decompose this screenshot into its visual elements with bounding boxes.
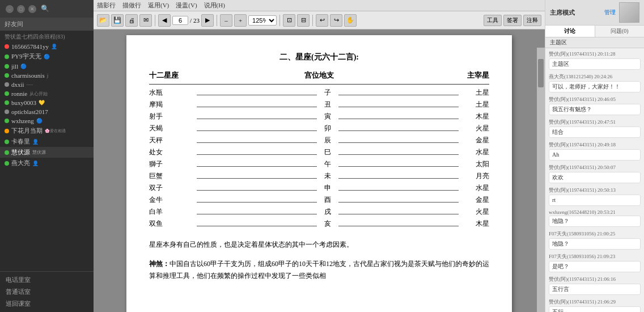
zodiac-line-2 bbox=[338, 95, 459, 95]
tools-button[interactable]: 工具 bbox=[484, 15, 502, 26]
sign-button[interactable]: 签署 bbox=[503, 15, 522, 26]
bottom-navigation: 电话里室 普通话室 巡回课室 bbox=[0, 271, 94, 312]
zodiac-line-2 bbox=[338, 202, 459, 203]
user-name: 燕大亮 bbox=[11, 159, 30, 167]
user-status-dot bbox=[5, 150, 9, 155]
list-item[interactable]: 燕大亮 👤 bbox=[0, 158, 94, 168]
menu-item-help[interactable]: 说用(H) bbox=[204, 1, 225, 10]
zodiac-line-2 bbox=[338, 142, 459, 143]
zodiac-line-1 bbox=[197, 190, 317, 191]
zodiac-gua: 未 bbox=[319, 171, 336, 181]
menu-item-file[interactable]: 描影行 bbox=[97, 1, 116, 10]
toolbar-zoom-in-btn[interactable]: + bbox=[234, 14, 247, 27]
list-item[interactable]: opticblast2017 bbox=[0, 107, 94, 116]
zodiac-gua: 卯 bbox=[319, 124, 336, 133]
toolbar-prev-btn[interactable]: ◀ bbox=[158, 14, 171, 27]
table-row: 巨蟹 未 月亮 bbox=[149, 170, 489, 182]
zodiac-name: 双子 bbox=[149, 183, 194, 193]
msg-bubble: 欢欢 bbox=[549, 172, 641, 183]
toolbar-next-view-btn[interactable]: ↪ bbox=[330, 14, 342, 27]
zodiac-star: 土星 bbox=[461, 88, 489, 98]
minimize-icon[interactable]: – bbox=[6, 5, 14, 13]
list-item[interactable]: 1656657841yy 👤 bbox=[0, 42, 94, 51]
sidebar-item-mandarin-room[interactable]: 普通话室 bbox=[0, 286, 94, 298]
sidebar-item-patrol-room[interactable]: 巡回课室 bbox=[0, 298, 94, 310]
list-item[interactable]: 慧伏源 慧伏源 bbox=[0, 147, 94, 158]
table-row: 天秤 辰 金星 bbox=[149, 134, 489, 146]
zodiac-gua: 子 bbox=[319, 88, 336, 98]
list-item[interactable]: 下花月当期 🌸爱在相遇 bbox=[0, 125, 94, 136]
list-item[interactable]: jill 🔵 bbox=[0, 62, 94, 71]
zodiac-star: 金星 bbox=[461, 195, 489, 205]
sidebar-top-bar: – □ ✕ 🔍 bbox=[0, 0, 94, 18]
manage-link[interactable]: 管理 bbox=[604, 9, 616, 16]
maximize-icon[interactable]: □ bbox=[17, 5, 25, 13]
tab-questions[interactable]: 问题(0) bbox=[595, 26, 645, 37]
msg-bubble: 结合 bbox=[549, 127, 641, 138]
separator-2 bbox=[217, 15, 217, 26]
pdf-toolbar: 📂 💾 🖨 ✉ ◀ / 23 ▶ – + 125% 100% 150% 75% … bbox=[94, 11, 545, 29]
right-panel: 主席模式 管理 讨论 问题(0) 主题区 赞伏(阿)(1197443151) 2… bbox=[545, 0, 644, 312]
toolbar-fit-width-btn[interactable]: ⊟ bbox=[297, 14, 310, 27]
user-status-dot bbox=[5, 140, 9, 144]
toolbar-next-btn[interactable]: ▶ bbox=[201, 14, 214, 27]
close-icon[interactable]: ✕ bbox=[28, 5, 36, 13]
pdf-paragraph-1: 星座本身有自己的性质，也是决定着星体状态的其中一个考虑因素。 bbox=[149, 239, 489, 251]
zodiac-star: 火星 bbox=[461, 207, 489, 217]
zodiac-line-1 bbox=[197, 130, 317, 131]
table-row: 射手 寅 木星 bbox=[149, 111, 489, 123]
zodiac-gua: 寅 bbox=[319, 112, 336, 121]
toolbar-prev-view-btn[interactable]: ↩ bbox=[316, 14, 328, 27]
group-label: 赞状盖七档四余班程(83) bbox=[0, 31, 94, 42]
toolbar-zoom-out-btn[interactable]: – bbox=[220, 14, 232, 27]
page-number-input[interactable] bbox=[172, 16, 188, 25]
msg-sender: 赞伏(阿)(1197443151) 20:50:07 bbox=[549, 164, 641, 171]
page-total: 23 bbox=[193, 17, 200, 24]
scroll-thumb[interactable] bbox=[538, 59, 544, 87]
msg-sender: 赞伏(阿)(1197443151) 20:50:13 bbox=[549, 187, 641, 194]
main-content: 描影行 描做行 返用(V) 漫盖(V) 说用(H) 📂 💾 🖨 ✉ ◀ / 23… bbox=[94, 0, 545, 312]
menu-item-edit[interactable]: 描做行 bbox=[122, 1, 141, 10]
zodiac-line-1 bbox=[197, 154, 317, 155]
zodiac-name: 白羊 bbox=[149, 207, 194, 217]
zodiac-star: 火星 bbox=[461, 124, 489, 133]
zodiac-line-2 bbox=[338, 166, 459, 167]
toolbar-save-btn[interactable]: 💾 bbox=[111, 14, 124, 27]
zodiac-name: 摩羯 bbox=[149, 100, 194, 109]
col-header-zodiac: 十二星座 bbox=[149, 70, 194, 81]
zodiac-line-1 bbox=[197, 226, 317, 226]
toolbar-hand-tool-btn[interactable]: ✋ bbox=[344, 14, 357, 27]
chat-message: 赞伏(阿)(1197443151) 20:50:07 欢欢 bbox=[549, 164, 641, 183]
toolbar-fit-page-btn[interactable]: ⊡ bbox=[283, 14, 295, 27]
zodiac-name: 双鱼 bbox=[149, 219, 194, 229]
pdf-content-area: 二、星座(元六十二言): 十二星座 宫位地支 主宰星 水瓶 子 土星 摩羯 bbox=[94, 29, 545, 312]
tab-discussion[interactable]: 讨论 bbox=[545, 26, 595, 37]
search-icon[interactable]: 🔍 bbox=[41, 5, 49, 13]
user-badge: 👤 bbox=[32, 161, 39, 166]
comment-button[interactable]: 注释 bbox=[523, 15, 541, 26]
right-panel-title: 主席模式 bbox=[550, 9, 601, 17]
user-badge: j bbox=[47, 73, 49, 78]
toolbar-open-btn[interactable]: 📂 bbox=[97, 14, 109, 27]
toolbar-email-btn[interactable]: ✉ bbox=[139, 14, 152, 27]
zodiac-gua: 巳 bbox=[319, 147, 336, 157]
menu-item-overlay[interactable]: 漫盖(V) bbox=[176, 1, 197, 10]
zodiac-line-2 bbox=[338, 190, 459, 191]
user-status-dot bbox=[5, 82, 9, 87]
list-item[interactable]: 卡春里 👤 bbox=[0, 136, 94, 147]
list-item[interactable]: charmisounis j bbox=[0, 71, 94, 80]
list-item[interactable]: dxxii ····· bbox=[0, 80, 94, 89]
list-item[interactable]: PY9宇天无 🔵 bbox=[0, 51, 94, 62]
user-name: wxhzeng bbox=[11, 117, 34, 124]
toolbar-print-btn[interactable]: 🖨 bbox=[125, 14, 138, 27]
list-item[interactable]: buxy0003 💛 bbox=[0, 98, 94, 107]
zodiac-line-1 bbox=[197, 107, 317, 107]
group-name: 赞状盖七档四余班程(83) bbox=[5, 33, 65, 40]
window-controls: – □ ✕ bbox=[6, 5, 36, 13]
sidebar-item-phone-room[interactable]: 电话里室 bbox=[0, 274, 94, 286]
list-item[interactable]: wxhzeng 🔵 bbox=[0, 116, 94, 125]
list-item[interactable]: ronnie 从心开始 bbox=[0, 89, 94, 98]
zoom-select[interactable]: 125% 100% 150% 75% bbox=[248, 15, 277, 26]
scrollbar[interactable] bbox=[537, 48, 545, 312]
menu-item-view[interactable]: 返用(V) bbox=[148, 1, 169, 10]
